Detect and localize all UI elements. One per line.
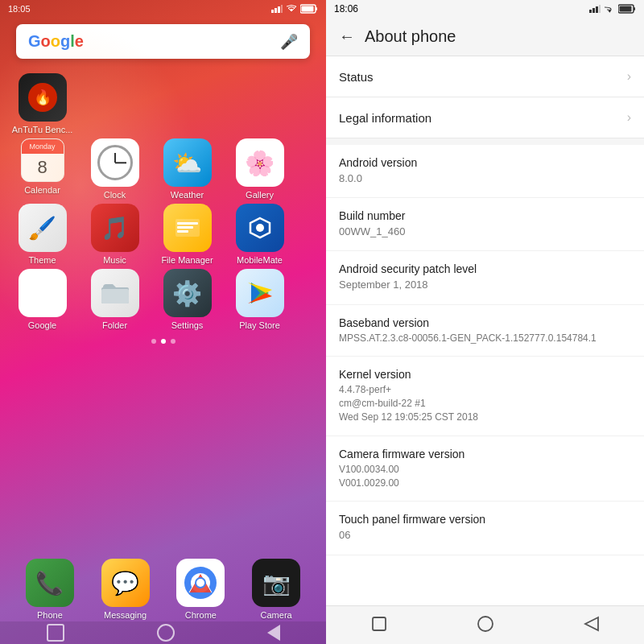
page-dot-2 [161, 339, 166, 344]
back-button-left[interactable] [267, 625, 280, 641]
app-messaging[interactable]: 💬 Messaging [91, 559, 159, 620]
app-google[interactable]: Google [8, 269, 76, 330]
music-label: Music [103, 255, 126, 265]
chevron-status: › [627, 69, 631, 84]
folder-label: Folder [102, 320, 127, 330]
clock-min-hand [115, 162, 126, 163]
recents-button-left[interactable] [47, 624, 64, 642]
back-button-right[interactable] [584, 616, 600, 635]
app-settings[interactable]: ⚙️ Settings [153, 269, 221, 330]
app-phone[interactable]: 📞 Phone [15, 559, 84, 620]
search-bar[interactable]: Google 🎤 [16, 24, 310, 59]
settings-emoji: ⚙️ [172, 279, 202, 308]
info-android-version[interactable]: Android version 8.0.0 [326, 145, 644, 198]
app-filemanager[interactable]: File Manager [153, 204, 221, 265]
info-kernel[interactable]: Kernel version 4.4.78-perf+ cm@cm-build-… [326, 357, 644, 436]
app-clock[interactable]: Clock [80, 138, 149, 200]
chrome-svg [183, 565, 218, 601]
antutu-label: AnTuTu Benc... [12, 125, 73, 134]
recents-icon [371, 616, 387, 632]
wifi-icon-right [604, 5, 615, 14]
home-icon [477, 615, 494, 633]
home-button-left[interactable] [157, 624, 175, 642]
filemanager-svg [172, 213, 203, 243]
mobilemate-svg [244, 212, 276, 244]
settings-label: Settings [171, 320, 204, 330]
weather-icon: ⛅ [163, 138, 212, 187]
security-patch-label: Android security patch level [339, 262, 631, 275]
folder-svg [98, 276, 132, 310]
cal-day-num: 8 [22, 154, 64, 181]
about-header: ← About phone [326, 18, 644, 56]
wifi-icon-left [286, 5, 297, 13]
google-label: Google [28, 320, 56, 330]
calendar-icon: Monday 8 [21, 138, 64, 182]
status-bar-right: 18:06 [326, 0, 644, 18]
home-button-right[interactable] [477, 615, 494, 636]
camera-firmware-label: Camera firmware version [339, 448, 631, 460]
app-music[interactable]: 🎵 Music [80, 204, 149, 265]
camera-firmware-value: V100.0034.00 V001.0029.00 [339, 463, 631, 490]
page-dot-3 [171, 339, 175, 344]
info-build-number[interactable]: Build number 00WW_1_460 [326, 198, 644, 251]
mobilemate-icon [236, 204, 284, 252]
antutu-logo: 🔥 [26, 80, 60, 114]
app-chrome[interactable]: Chrome [167, 559, 235, 620]
info-security-patch[interactable]: Android security patch level September 1… [326, 251, 644, 304]
app-antutu[interactable]: 🔥 AnTuTu Benc... [8, 73, 76, 134]
about-phone-screen: 18:06 ← About phone Status › Legal infor… [326, 0, 644, 644]
svg-rect-11 [177, 226, 193, 229]
legal-label: Legal information [339, 111, 431, 125]
status-icons-right [589, 4, 636, 14]
messaging-icon: 💬 [101, 559, 150, 607]
svg-point-13 [256, 224, 264, 232]
app-theme[interactable]: 🖌️ Theme [8, 204, 76, 265]
svg-rect-14 [101, 289, 129, 303]
mic-icon[interactable]: 🎤 [280, 33, 298, 51]
status-item[interactable]: Status › [326, 56, 644, 97]
recents-button-right[interactable] [371, 616, 387, 635]
app-playstore[interactable]: Play Store [225, 269, 294, 330]
svg-rect-28 [634, 7, 635, 10]
android-version-label: Android version [339, 156, 631, 169]
app-weather[interactable]: ⛅ Weather [153, 138, 221, 200]
svg-rect-12 [177, 230, 188, 233]
filemanager-icon [163, 204, 212, 252]
info-baseband[interactable]: Baseband version MPSS.AT.2.3.c8-00056.1-… [326, 305, 644, 357]
baseband-label: Baseband version [339, 316, 631, 329]
google-apps-icon [19, 269, 67, 317]
svg-marker-32 [585, 617, 598, 630]
battery-icon-right [618, 4, 636, 14]
touch-firmware-label: Touch panel firmware version [339, 513, 631, 526]
playstore-label: Play Store [239, 320, 280, 330]
messaging-emoji: 💬 [111, 570, 139, 597]
legal-item[interactable]: Legal information › [326, 97, 644, 138]
signal-icon [271, 5, 283, 13]
svg-rect-29 [620, 6, 632, 12]
kernel-label: Kernel version [339, 368, 631, 381]
android-version-value: 8.0.0 [339, 171, 631, 186]
info-camera-firmware[interactable]: Camera firmware version V100.0034.00 V00… [326, 436, 644, 502]
app-camera[interactable]: 📷 Camera [242, 559, 311, 620]
app-row-2: Monday 8 Calendar Clock ⛅ [8, 138, 318, 200]
svg-rect-2 [278, 6, 280, 13]
app-mobilemate[interactable]: MobileMate [225, 204, 294, 265]
clock-icon [91, 138, 139, 187]
phone-label: Phone [37, 610, 63, 620]
app-calendar[interactable]: Monday 8 Calendar [8, 138, 76, 200]
kernel-value: 4.4.78-perf+ cm@cm-build-22 #1 Wed Sep 1… [339, 383, 631, 423]
app-grid: 🔥 AnTuTu Benc... Monday 8 Calendar [0, 65, 326, 330]
theme-label: Theme [28, 255, 56, 265]
theme-emoji: 🖌️ [28, 215, 56, 242]
app-gallery[interactable]: 🌸 Gallery [225, 138, 294, 200]
music-icon: 🎵 [91, 204, 139, 252]
svg-rect-24 [592, 8, 595, 13]
cal-header: Monday [22, 139, 64, 154]
chevron-legal: › [627, 110, 631, 125]
back-button[interactable]: ← [339, 27, 355, 46]
messaging-label: Messaging [104, 610, 147, 620]
weather-emoji: ⛅ [172, 149, 202, 177]
app-folder[interactable]: Folder [80, 269, 149, 330]
gallery-icon: 🌸 [236, 138, 284, 187]
info-touch-firmware[interactable]: Touch panel firmware version 06 [326, 502, 644, 555]
